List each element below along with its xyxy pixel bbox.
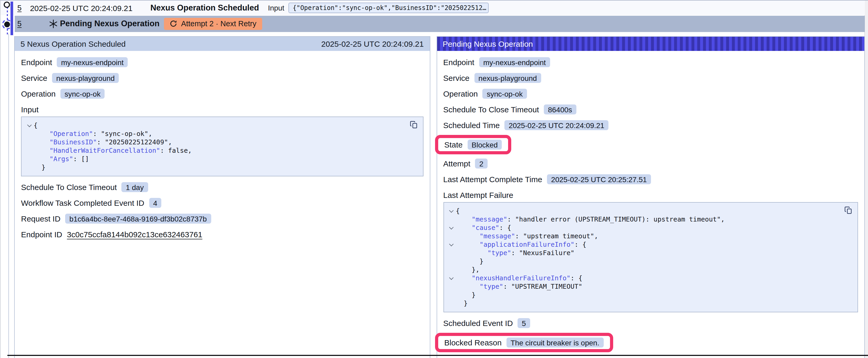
event-id-link[interactable]: 5 <box>17 4 22 12</box>
field-value-badge: 5 <box>518 318 530 328</box>
field-value-badge: nexus-playground <box>474 73 541 83</box>
field-attempt: Attempt 2 <box>443 159 858 168</box>
field-label: Attempt <box>443 159 470 168</box>
failure-json-viewer[interactable]: { "message": "handler error (UPSTREAM_TI… <box>443 202 858 312</box>
field-value-badge: 4 <box>149 198 161 208</box>
field-state: State Blocked <box>443 135 858 154</box>
field-value-badge: 2025-02-25 UTC 20:24:09.21 <box>504 120 609 130</box>
event-input-label: Input <box>268 4 284 12</box>
field-label: State <box>444 140 463 149</box>
field-endpoint: Endpoint my-nexus-endpoint <box>443 57 858 67</box>
field-label: Scheduled Event ID <box>443 319 513 328</box>
json-line: "BusinessID": "20250225122409", <box>25 138 417 147</box>
json-line: "type": "UPSTREAM_TIMEOUT" <box>447 283 852 291</box>
field-value-badge: my-nexus-endpoint <box>57 57 128 67</box>
last-attempt-failure-label: Last Attempt Failure <box>443 190 858 200</box>
state-blocked-badge: Blocked <box>467 140 502 150</box>
event-input-preview-badge[interactable]: {"Operation":"sync-op-ok","BusinessID":"… <box>288 3 489 13</box>
field-label: Schedule To Close Timeout <box>21 183 117 192</box>
field-value-badge: sync-op-ok <box>60 89 105 99</box>
field-value-badge: 1 day <box>122 182 148 192</box>
field-value-badge: my-nexus-endpoint <box>479 57 550 67</box>
json-line: "applicationFailureInfo": { <box>447 240 852 249</box>
field-label: Input <box>21 105 39 114</box>
field-endpoint-id: Endpoint ID 3c0c75ccfa8144b092c13ce63246… <box>21 229 423 239</box>
field-label: Scheduled Time <box>443 121 500 130</box>
vertical-scrollbar[interactable] <box>864 1 868 358</box>
json-line: } <box>447 257 852 266</box>
field-value-badge: b1c6a4bc-8ee7-468a-9169-df3b02c8737b <box>65 214 211 224</box>
field-request-id: Request ID b1c6a4bc-8ee7-468a-9169-df3b0… <box>21 214 423 224</box>
right-panel-body: Endpoint my-nexus-endpoint Service nexus… <box>437 51 864 358</box>
event-history-view: 5 2025-02-25 UTC 20:24:09.21 Nexus Opera… <box>0 0 868 358</box>
state-annotation-box: State Blocked <box>435 135 512 154</box>
event-row-nexus-operation-scheduled[interactable]: 5 2025-02-25 UTC 20:24:09.21 Nexus Opera… <box>1 1 865 15</box>
json-line: }, <box>447 266 852 274</box>
timeline-current-node-icon <box>4 22 10 27</box>
field-service: Service nexus-playground <box>21 73 423 83</box>
field-label: Request ID <box>21 214 60 223</box>
json-line: { <box>447 207 852 215</box>
pending-event-id-link[interactable]: 5 <box>17 20 22 28</box>
collapse-chevron-icon[interactable] <box>27 123 32 127</box>
json-line: "nexusHandlerFailureInfo": { <box>447 274 852 283</box>
panel-nexus-operation-scheduled: 5 Nexus Operation Scheduled 2025-02-25 U… <box>14 36 430 358</box>
field-label: Last Attempt Failure <box>443 191 513 199</box>
pending-asterisk-icon <box>49 19 58 28</box>
copy-icon[interactable] <box>844 206 853 215</box>
event-detail-panels: 5 Nexus Operation Scheduled 2025-02-25 U… <box>8 34 865 358</box>
collapse-chevron-icon[interactable] <box>449 208 454 213</box>
field-label: Service <box>443 73 469 83</box>
input-json-viewer[interactable]: { "Operation": "sync-op-ok", "BusinessID… <box>21 117 423 176</box>
field-label: Blocked Reason <box>444 338 501 347</box>
field-blocked-reason: Blocked Reason The circuit breaker is op… <box>443 333 858 352</box>
timeline-open-node-icon <box>4 2 10 8</box>
copy-icon[interactable] <box>409 121 418 129</box>
event-timestamp: 2025-02-25 UTC 20:24:09.21 <box>30 3 132 12</box>
json-line: "type": "NexusFailure" <box>447 249 852 257</box>
json-line: { <box>25 121 417 130</box>
field-label: Last Attempt Complete Time <box>443 175 542 184</box>
endpoint-id-link[interactable]: 3c0c75ccfa8144b092c13ce632463761 <box>67 230 202 239</box>
collapse-chevron-icon[interactable] <box>449 275 454 280</box>
json-line: "HandlerWaitForCancellation": false, <box>25 147 417 155</box>
field-label: Operation <box>21 89 56 98</box>
pending-nexus-operation-row[interactable]: 5 Pending Nexus Operation Attempt 2 · Ne… <box>15 15 865 32</box>
json-line: } <box>447 291 852 299</box>
field-scheduled-event-id: Scheduled Event ID 5 <box>443 318 858 328</box>
right-panel-title: Pending Nexus Operation <box>443 39 533 48</box>
field-scheduled-time: Scheduled Time 2025-02-25 UTC 20:24:09.2… <box>443 120 858 130</box>
retry-badge-label: Attempt 2 · Next Retry <box>181 20 256 28</box>
field-label: Schedule To Close Timeout <box>443 105 539 114</box>
json-line: "Operation": "sync-op-ok", <box>25 130 417 138</box>
field-schedule-to-close-timeout: Schedule To Close Timeout 1 day <box>21 182 423 192</box>
field-value-badge: 2025-02-25 UTC 20:25:27.51 <box>547 174 651 184</box>
event-title: Nexus Operation Scheduled <box>150 3 259 12</box>
panel-pending-nexus-operation: Pending Nexus Operation Endpoint my-nexu… <box>436 36 865 358</box>
field-endpoint: Endpoint my-nexus-endpoint <box>21 57 423 67</box>
json-line: "message": "handler error (UPSTREAM_TIME… <box>447 215 852 224</box>
field-label: Operation <box>443 89 478 98</box>
left-panel-header[interactable]: 5 Nexus Operation Scheduled 2025-02-25 U… <box>15 37 430 51</box>
retry-attempt-badge[interactable]: Attempt 2 · Next Retry <box>164 18 262 30</box>
blocked-reason-annotation-box: Blocked Reason The circuit breaker is op… <box>435 333 613 352</box>
field-label: Endpoint <box>443 58 474 67</box>
field-value-badge: 86400s <box>544 104 577 115</box>
json-line: "Args": [] <box>25 155 417 163</box>
field-operation: Operation sync-op-ok <box>21 89 423 99</box>
collapse-chevron-icon[interactable] <box>449 242 454 247</box>
collapse-chevron-icon[interactable] <box>449 225 454 230</box>
json-line: } <box>447 299 852 307</box>
field-operation: Operation sync-op-ok <box>443 89 858 99</box>
field-last-attempt-complete-time: Last Attempt Complete Time 2025-02-25 UT… <box>443 174 858 184</box>
blocked-reason-badge: The circuit breaker is open. <box>506 337 603 348</box>
window-bottom-border <box>7 355 868 356</box>
field-value-badge: 2 <box>475 159 488 168</box>
field-schedule-to-close-timeout: Schedule To Close Timeout 86400s <box>443 104 858 115</box>
retry-icon <box>169 20 177 27</box>
left-panel-timestamp: 2025-02-25 UTC 20:24:09.21 <box>321 39 424 48</box>
event-timeline <box>1 1 15 38</box>
field-label: Service <box>21 73 47 83</box>
right-panel-header-striped: Pending Nexus Operation <box>437 37 864 51</box>
left-panel-body: Endpoint my-nexus-endpoint Service nexus… <box>15 51 430 358</box>
